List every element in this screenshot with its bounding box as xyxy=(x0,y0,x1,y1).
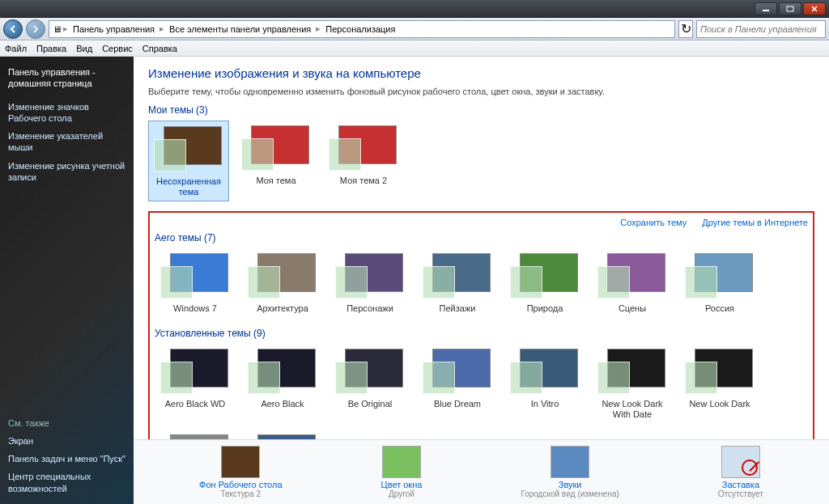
section-title: Мои темы (3) xyxy=(148,104,814,116)
theme-label: Aero Black WD xyxy=(158,399,232,409)
theme-item[interactable]: Blue Dream xyxy=(417,344,498,423)
theme-thumbnail xyxy=(508,347,581,396)
theme-item[interactable]: Windows 7 xyxy=(155,248,236,317)
theme-thumbnail xyxy=(246,347,319,396)
search-input[interactable] xyxy=(696,20,826,38)
footer-sublabel: Отсутствует xyxy=(718,489,763,498)
footer-item[interactable]: Цвет окнаДругой xyxy=(381,446,423,498)
breadcrumb-item[interactable]: Все элементы панели управления xyxy=(166,24,314,34)
forward-button[interactable] xyxy=(26,19,45,39)
sidebar-see-also: См. также xyxy=(6,414,127,432)
theme-thumbnail xyxy=(508,252,581,300)
save-theme-link[interactable]: Сохранить тему xyxy=(620,218,687,227)
theme-label: Aero Black xyxy=(245,399,320,409)
theme-item[interactable]: Архитектура xyxy=(242,248,323,317)
chevron-right-icon: ▸ xyxy=(62,23,70,34)
sidebar-home-link[interactable]: Панель управления - домашняя страница xyxy=(6,63,127,93)
theme-thumbnail xyxy=(596,252,669,300)
theme-thumbnail xyxy=(246,252,319,300)
menu-tools[interactable]: Сервис xyxy=(102,44,133,53)
sidebar: Панель управления - домашняя страница Из… xyxy=(0,57,134,504)
theme-item[interactable]: Несохраненная тема xyxy=(148,121,229,201)
theme-label: New Look Dark With Date xyxy=(595,399,670,420)
theme-thumbnail xyxy=(240,124,312,172)
theme-thumbnail xyxy=(327,124,400,172)
sidebar-link-desktop-icons[interactable]: Изменение значков Рабочего стола xyxy=(6,98,127,128)
theme-item[interactable]: New Look Dark xyxy=(679,344,760,423)
theme-label: Пейзажи xyxy=(420,303,495,314)
theme-thumbnail xyxy=(334,347,406,396)
theme-item[interactable] xyxy=(242,430,323,439)
breadcrumb-item[interactable]: Персонализация xyxy=(322,24,398,34)
theme-label: Природа xyxy=(508,303,582,314)
menu-edit[interactable]: Правка xyxy=(36,44,66,53)
menu-view[interactable]: Вид xyxy=(76,44,92,53)
titlebar xyxy=(0,0,829,18)
theme-thumbnail xyxy=(152,125,225,173)
theme-item[interactable]: Пейзажи xyxy=(417,248,498,317)
theme-item[interactable]: Be Original xyxy=(329,344,410,423)
theme-item[interactable]: Моя тема xyxy=(236,121,317,201)
theme-thumbnail xyxy=(334,252,406,300)
theme-item[interactable] xyxy=(155,430,236,439)
footer-actions: Фон Рабочего столаТекстура 2Цвет окнаДру… xyxy=(134,439,829,504)
section-title: Aero темы (7) xyxy=(155,232,808,244)
scroll-area[interactable]: Изменение изображения и звука на компьют… xyxy=(134,57,829,439)
back-button[interactable] xyxy=(3,19,23,39)
section-aero-themes: Aero темы (7) Windows 7АрхитектураПерсон… xyxy=(155,232,808,317)
theme-thumbnail xyxy=(246,433,319,439)
minimize-button[interactable] xyxy=(755,2,777,15)
svg-rect-1 xyxy=(787,6,793,11)
theme-label: Сцены xyxy=(595,303,670,314)
footer-item[interactable]: ЗвукиГородской вид (изменена) xyxy=(521,446,619,498)
theme-item[interactable]: Природа xyxy=(504,248,585,317)
theme-item[interactable]: Сцены xyxy=(592,248,673,317)
theme-thumbnail xyxy=(159,433,232,439)
theme-label: Windows 7 xyxy=(158,303,232,314)
theme-label: Персонажи xyxy=(333,303,407,314)
section-title: Установленные темы (9) xyxy=(155,328,808,339)
footer-sublabel: Текстура 2 xyxy=(199,489,283,498)
theme-label: Моя тема 2 xyxy=(326,176,401,186)
theme-item[interactable]: Персонажи xyxy=(329,248,410,317)
theme-thumbnail xyxy=(596,347,669,396)
breadcrumb-item[interactable]: Панель управления xyxy=(70,24,158,34)
theme-label: New Look Dark xyxy=(682,399,757,409)
sidebar-link-mouse-pointers[interactable]: Изменение указателей мыши xyxy=(6,127,127,157)
footer-sublabel: Другой xyxy=(381,489,423,498)
theme-item[interactable]: Россия xyxy=(679,248,760,317)
menu-file[interactable]: Файл xyxy=(5,44,27,53)
menu-help[interactable]: Справка xyxy=(142,44,177,53)
breadcrumb[interactable]: 🖥 ▸ Панель управления ▸ Все элементы пан… xyxy=(49,20,675,38)
footer-label: Заставка xyxy=(718,480,763,489)
sidebar-link-account-picture[interactable]: Изменение рисунка учетной записи xyxy=(6,157,127,187)
theme-label: Россия xyxy=(682,303,757,314)
close-button[interactable] xyxy=(803,2,826,15)
footer-item[interactable]: ЗаставкаОтсутствует xyxy=(718,446,763,498)
refresh-button[interactable]: ↻ xyxy=(678,20,693,38)
theme-thumbnail xyxy=(421,347,494,396)
page-subtitle: Выберите тему, чтобы одновременно измени… xyxy=(148,87,814,96)
theme-thumbnail xyxy=(159,252,232,300)
theme-thumbnail xyxy=(683,252,756,300)
theme-item[interactable]: Aero Black WD xyxy=(155,344,236,423)
theme-item[interactable]: Aero Black xyxy=(242,344,323,423)
section-installed-themes: Установленные темы (9) Aero Black WDAero… xyxy=(155,328,808,439)
theme-label: Моя тема xyxy=(239,176,313,186)
theme-item[interactable]: New Look Dark With Date xyxy=(592,344,673,423)
chevron-right-icon: ▸ xyxy=(158,23,166,34)
maximize-button[interactable] xyxy=(779,2,801,15)
chevron-right-icon: ▸ xyxy=(314,23,322,34)
sidebar-link-taskbar[interactable]: Панель задач и меню "Пуск" xyxy=(6,450,127,468)
footer-label: Фон Рабочего стола xyxy=(199,480,283,489)
section-my-themes: Мои темы (3) Несохраненная темаМоя темаМ… xyxy=(148,104,814,201)
sidebar-link-ease-of-access[interactable]: Центр специальных возможностей xyxy=(6,468,127,498)
menu-bar: Файл Правка Вид Сервис Справка xyxy=(0,40,829,57)
footer-item[interactable]: Фон Рабочего столаТекстура 2 xyxy=(199,446,283,498)
content-pane: Изменение изображения и звука на компьют… xyxy=(134,57,829,504)
theme-item[interactable]: Моя тема 2 xyxy=(323,121,404,201)
highlighted-region: Сохранить тему Другие темы в Интернете A… xyxy=(148,211,814,439)
more-themes-link[interactable]: Другие темы в Интернете xyxy=(702,218,808,227)
sidebar-link-display[interactable]: Экран xyxy=(6,432,127,450)
theme-item[interactable]: In Vitro xyxy=(504,344,585,423)
